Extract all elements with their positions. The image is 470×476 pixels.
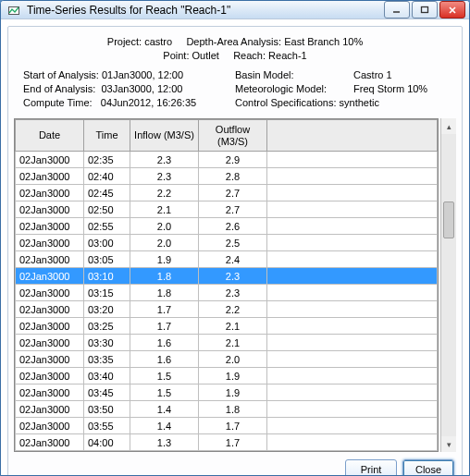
col-outflow[interactable]: Outflow (M3/S) <box>199 120 267 152</box>
cell-inflow[interactable]: 2.0 <box>130 218 199 235</box>
cell-date[interactable]: 02Jan3000 <box>16 368 84 384</box>
print-button[interactable]: Print <box>345 459 397 476</box>
table-row[interactable]: 02Jan300003:301.62.1 <box>16 335 438 351</box>
cell-date[interactable]: 02Jan3000 <box>16 152 84 168</box>
cell-inflow[interactable]: 1.7 <box>130 301 199 318</box>
cell-outflow[interactable]: 2.5 <box>199 235 267 251</box>
cell-time[interactable]: 02:55 <box>84 218 130 235</box>
cell-time[interactable]: 03:10 <box>84 268 130 285</box>
cell-inflow[interactable]: 1.3 <box>130 434 199 451</box>
col-inflow[interactable]: Inflow (M3/S) <box>130 120 199 152</box>
cell-time[interactable]: 02:35 <box>84 152 130 168</box>
table-row[interactable]: 02Jan300003:051.92.4 <box>16 251 438 268</box>
cell-time[interactable]: 03:30 <box>84 335 130 351</box>
table-row[interactable]: 02Jan300003:451.51.9 <box>16 384 438 401</box>
cell-time[interactable]: 03:05 <box>84 251 130 268</box>
cell-outflow[interactable]: 2.8 <box>199 168 267 185</box>
table-row[interactable]: 02Jan300002:552.02.6 <box>16 218 438 235</box>
cell-time[interactable]: 03:40 <box>84 368 130 384</box>
cell-date[interactable]: 02Jan3000 <box>16 351 84 368</box>
table-row[interactable]: 02Jan300002:452.22.7 <box>16 185 438 201</box>
cell-outflow[interactable]: 1.8 <box>199 401 267 418</box>
cell-outflow[interactable]: 1.9 <box>199 384 267 401</box>
close-button[interactable]: Close <box>402 459 454 476</box>
cell-date[interactable]: 02Jan3000 <box>16 384 84 401</box>
table-row[interactable]: 02Jan300003:101.82.3 <box>16 268 438 285</box>
cell-time[interactable]: 03:35 <box>84 351 130 368</box>
close-window-button[interactable] <box>439 1 465 18</box>
cell-outflow[interactable]: 2.6 <box>199 218 267 235</box>
maximize-button[interactable] <box>412 1 438 18</box>
table-row[interactable]: 02Jan300003:501.41.8 <box>16 401 438 418</box>
cell-date[interactable]: 02Jan3000 <box>16 235 84 251</box>
cell-inflow[interactable]: 2.0 <box>130 235 199 251</box>
cell-inflow[interactable]: 2.1 <box>130 201 199 218</box>
table-row[interactable]: 02Jan300002:502.12.7 <box>16 201 438 218</box>
cell-outflow[interactable]: 2.3 <box>199 285 267 301</box>
cell-date[interactable]: 02Jan3000 <box>16 318 84 335</box>
cell-time[interactable]: 03:45 <box>84 384 130 401</box>
table-row[interactable]: 02Jan300003:551.41.7 <box>16 418 438 434</box>
cell-time[interactable]: 04:00 <box>84 434 130 451</box>
cell-inflow[interactable]: 1.4 <box>130 401 199 418</box>
scroll-up-icon[interactable]: ▴ <box>441 118 456 134</box>
cell-date[interactable]: 02Jan3000 <box>16 168 84 185</box>
cell-time[interactable]: 03:20 <box>84 301 130 318</box>
minimize-button[interactable] <box>384 1 410 18</box>
cell-inflow[interactable]: 1.5 <box>130 368 199 384</box>
cell-time[interactable]: 02:50 <box>84 201 130 218</box>
cell-inflow[interactable]: 1.7 <box>130 318 199 335</box>
table-row[interactable]: 02Jan300004:001.31.7 <box>16 434 438 451</box>
cell-outflow[interactable]: 2.4 <box>199 251 267 268</box>
table-row[interactable]: 02Jan300003:401.51.9 <box>16 368 438 384</box>
table-row[interactable]: 02Jan300003:002.02.5 <box>16 235 438 251</box>
table-viewport[interactable]: Date Time Inflow (M3/S) Outflow (M3/S) 0… <box>14 118 439 452</box>
cell-outflow[interactable]: 2.0 <box>199 351 267 368</box>
cell-date[interactable]: 02Jan3000 <box>16 185 84 201</box>
cell-outflow[interactable]: 2.9 <box>199 152 267 168</box>
cell-time[interactable]: 03:00 <box>84 235 130 251</box>
cell-outflow[interactable]: 2.2 <box>199 301 267 318</box>
table-row[interactable]: 02Jan300003:351.62.0 <box>16 351 438 368</box>
cell-date[interactable]: 02Jan3000 <box>16 434 84 451</box>
cell-inflow[interactable]: 1.9 <box>130 251 199 268</box>
col-time[interactable]: Time <box>84 120 130 152</box>
table-row[interactable]: 02Jan300003:201.72.2 <box>16 301 438 318</box>
cell-outflow[interactable]: 1.7 <box>199 418 267 434</box>
cell-outflow[interactable]: 2.1 <box>199 335 267 351</box>
table-row[interactable]: 02Jan300003:251.72.1 <box>16 318 438 335</box>
cell-inflow[interactable]: 1.8 <box>130 268 199 285</box>
scroll-thumb[interactable] <box>443 201 454 238</box>
table-row[interactable]: 02Jan300002:352.32.9 <box>16 152 438 168</box>
table-row[interactable]: 02Jan300002:402.32.8 <box>16 168 438 185</box>
cell-time[interactable]: 03:15 <box>84 285 130 301</box>
vertical-scrollbar[interactable]: ▴ ▾ <box>440 118 456 452</box>
cell-inflow[interactable]: 1.8 <box>130 285 199 301</box>
cell-inflow[interactable]: 2.3 <box>130 168 199 185</box>
cell-date[interactable]: 02Jan3000 <box>16 418 84 434</box>
cell-inflow[interactable]: 2.3 <box>130 152 199 168</box>
cell-outflow[interactable]: 1.7 <box>199 434 267 451</box>
cell-date[interactable]: 02Jan3000 <box>16 251 84 268</box>
cell-outflow[interactable]: 1.9 <box>199 368 267 384</box>
cell-date[interactable]: 02Jan3000 <box>16 285 84 301</box>
cell-inflow[interactable]: 1.5 <box>130 384 199 401</box>
cell-outflow[interactable]: 2.7 <box>199 201 267 218</box>
table-row[interactable]: 02Jan300003:151.82.3 <box>16 285 438 301</box>
cell-outflow[interactable]: 2.3 <box>199 268 267 285</box>
scroll-down-icon[interactable]: ▾ <box>441 436 456 452</box>
cell-time[interactable]: 03:55 <box>84 418 130 434</box>
cell-time[interactable]: 03:25 <box>84 318 130 335</box>
cell-date[interactable]: 02Jan3000 <box>16 218 84 235</box>
cell-inflow[interactable]: 1.6 <box>130 351 199 368</box>
cell-time[interactable]: 03:50 <box>84 401 130 418</box>
cell-time[interactable]: 02:45 <box>84 185 130 201</box>
cell-date[interactable]: 02Jan3000 <box>16 335 84 351</box>
cell-date[interactable]: 02Jan3000 <box>16 401 84 418</box>
cell-date[interactable]: 02Jan3000 <box>16 301 84 318</box>
cell-date[interactable]: 02Jan3000 <box>16 201 84 218</box>
cell-inflow[interactable]: 1.6 <box>130 335 199 351</box>
cell-inflow[interactable]: 1.4 <box>130 418 199 434</box>
cell-date[interactable]: 02Jan3000 <box>16 268 84 285</box>
cell-inflow[interactable]: 2.2 <box>130 185 199 201</box>
